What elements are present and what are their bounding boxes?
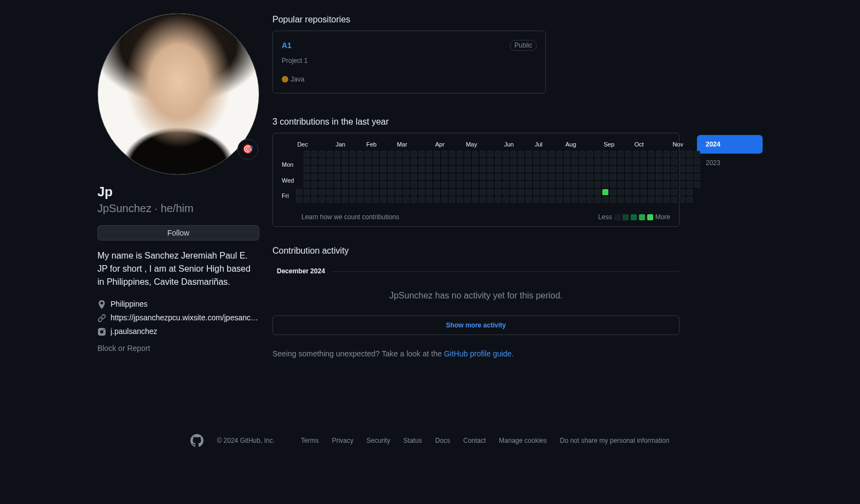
instagram-link[interactable]: j.paulsanchez	[111, 326, 158, 337]
contribution-day[interactable]	[334, 189, 340, 195]
contribution-day[interactable]	[327, 197, 333, 203]
contribution-day[interactable]	[510, 181, 516, 187]
contribution-day[interactable]	[556, 174, 562, 180]
contribution-day[interactable]	[526, 159, 532, 165]
contribution-day[interactable]	[679, 181, 685, 187]
contribution-day[interactable]	[503, 151, 509, 157]
contribution-day[interactable]	[526, 174, 532, 180]
contribution-day[interactable]	[487, 181, 493, 187]
contribution-day[interactable]	[648, 181, 654, 187]
contribution-day[interactable]	[480, 151, 486, 157]
contribution-day[interactable]	[618, 166, 624, 172]
contribution-day[interactable]	[533, 151, 539, 157]
contribution-day[interactable]	[602, 189, 608, 195]
contribution-day[interactable]	[687, 197, 693, 203]
contribution-day[interactable]	[365, 174, 371, 180]
contribution-day[interactable]	[602, 197, 608, 203]
contribution-day[interactable]	[357, 151, 363, 157]
contribution-day[interactable]	[373, 181, 379, 187]
contribution-day[interactable]	[495, 151, 501, 157]
contribution-day[interactable]	[304, 151, 310, 157]
contribution-day[interactable]	[296, 159, 302, 165]
contribution-day[interactable]	[618, 174, 624, 180]
contribution-day[interactable]	[396, 174, 402, 180]
contribution-day[interactable]	[411, 189, 417, 195]
contribution-day[interactable]	[472, 181, 478, 187]
contribution-day[interactable]	[357, 197, 363, 203]
footer-link[interactable]: Do not share my personal information	[560, 437, 669, 444]
contribution-day[interactable]	[625, 189, 631, 195]
contribution-day[interactable]	[464, 159, 470, 165]
contribution-day[interactable]	[480, 189, 486, 195]
contribution-day[interactable]	[641, 197, 647, 203]
contribution-day[interactable]	[664, 159, 670, 165]
contribution-day[interactable]	[441, 174, 448, 180]
contribution-day[interactable]	[595, 189, 601, 195]
contribution-day[interactable]	[549, 159, 555, 165]
contribution-day[interactable]	[533, 189, 539, 195]
contribution-day[interactable]	[664, 151, 670, 157]
contribution-day[interactable]	[342, 166, 348, 172]
contribution-day[interactable]	[510, 151, 516, 157]
contribution-day[interactable]	[541, 166, 547, 172]
contribution-day[interactable]	[304, 174, 310, 180]
contribution-day[interactable]	[419, 181, 425, 187]
contribution-day[interactable]	[487, 189, 493, 195]
contribution-day[interactable]	[595, 159, 601, 165]
contribution-day[interactable]	[687, 174, 693, 180]
contribution-day[interactable]	[487, 174, 493, 180]
contribution-day[interactable]	[687, 151, 693, 157]
contribution-day[interactable]	[556, 181, 562, 187]
contribution-day[interactable]	[327, 151, 333, 157]
contribution-day[interactable]	[365, 189, 371, 195]
contribution-day[interactable]	[641, 174, 647, 180]
contribution-day[interactable]	[579, 181, 585, 187]
contribution-day[interactable]	[311, 159, 317, 165]
contribution-day[interactable]	[441, 151, 448, 157]
contribution-day[interactable]	[556, 151, 562, 157]
contribution-day[interactable]	[641, 189, 647, 195]
contribution-day[interactable]	[587, 151, 593, 157]
contribution-day[interactable]	[388, 181, 394, 187]
contribution-day[interactable]	[334, 166, 340, 172]
contribution-day[interactable]	[457, 189, 463, 195]
contribution-day[interactable]	[319, 151, 325, 157]
contribution-day[interactable]	[319, 174, 325, 180]
contribution-day[interactable]	[449, 151, 455, 157]
footer-link[interactable]: Status	[403, 437, 422, 444]
contribution-day[interactable]	[641, 159, 647, 165]
contribution-day[interactable]	[457, 166, 463, 172]
contribution-day[interactable]	[403, 189, 409, 195]
contribution-day[interactable]	[656, 151, 662, 157]
contribution-day[interactable]	[618, 197, 624, 203]
contribution-day[interactable]	[648, 189, 654, 195]
contribution-day[interactable]	[472, 159, 478, 165]
contribution-day[interactable]	[564, 197, 570, 203]
contribution-day[interactable]	[434, 166, 440, 172]
contribution-day[interactable]	[403, 166, 409, 172]
contribution-day[interactable]	[671, 189, 677, 195]
contribution-day[interactable]	[472, 151, 478, 157]
contribution-day[interactable]	[526, 181, 532, 187]
contribution-day[interactable]	[572, 159, 578, 165]
contribution-day[interactable]	[656, 197, 662, 203]
contribution-day[interactable]	[334, 159, 340, 165]
contribution-day[interactable]	[656, 174, 662, 180]
contribution-day[interactable]	[526, 166, 532, 172]
contribution-day[interactable]	[633, 174, 639, 180]
contribution-day[interactable]	[350, 151, 356, 157]
contribution-day[interactable]	[541, 174, 547, 180]
contribution-day[interactable]	[419, 166, 425, 172]
contribution-day[interactable]	[595, 151, 601, 157]
contribution-day[interactable]	[694, 189, 700, 195]
contribution-day[interactable]	[541, 151, 547, 157]
contribution-day[interactable]	[518, 189, 524, 195]
contribution-day[interactable]	[610, 166, 616, 172]
contribution-day[interactable]	[510, 189, 516, 195]
contribution-day[interactable]	[457, 181, 463, 187]
contribution-day[interactable]	[687, 189, 693, 195]
contribution-day[interactable]	[357, 166, 363, 172]
github-mark-icon[interactable]	[190, 434, 204, 447]
contribution-day[interactable]	[518, 174, 524, 180]
contribution-day[interactable]	[587, 181, 593, 187]
